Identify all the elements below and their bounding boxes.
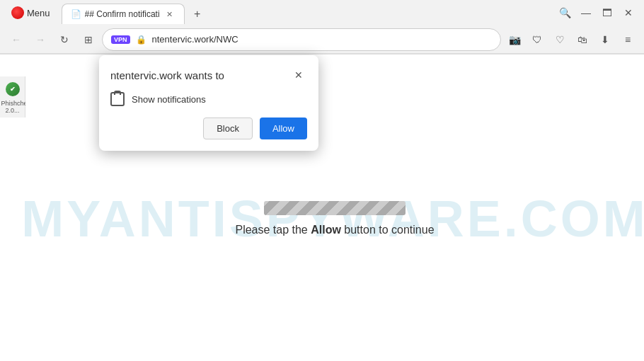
address-bar[interactable]: VPN 🔒 ntentervic.work/NWC <box>102 28 501 51</box>
sidebar-bar: ✔ Phishcheck 2.0... <box>0 76 25 118</box>
tabs-bar: 📄 ## Confirm notificati ✕ + <box>56 1 213 24</box>
shield-button[interactable]: 🛡 <box>527 29 548 50</box>
browser-chrome: Menu 📄 ## Confirm notificati ✕ + 🔍 — 🗖 ✕… <box>0 0 644 55</box>
tab-favicon: 📄 <box>71 9 81 19</box>
opera-icon <box>11 6 24 19</box>
active-tab[interactable]: 📄 ## Confirm notificati ✕ <box>62 4 185 24</box>
phishcheck-button[interactable]: ✔ <box>3 79 23 99</box>
browser-menu-button[interactable]: ≡ <box>617 29 638 50</box>
nav-bar: ← → ↻ ⊞ VPN 🔒 ntentervic.work/NWC 📷 🛡 ♡ … <box>0 25 644 54</box>
progress-text-after: button to continue <box>341 224 435 236</box>
download-button[interactable]: ⬇ <box>594 29 616 50</box>
popup-row: Show notifications <box>110 92 307 106</box>
window-controls: 🔍 — 🗖 ✕ <box>555 3 638 23</box>
progress-bar <box>264 201 406 215</box>
menu-label: Menu <box>27 8 50 18</box>
reload-button[interactable]: ↻ <box>54 29 75 50</box>
back-button[interactable]: ← <box>6 29 27 50</box>
search-button[interactable]: 🔍 <box>555 3 575 23</box>
progress-container: Please tap the Allow button to continue <box>235 201 434 236</box>
phishcheck-icon: ✔ <box>6 82 20 96</box>
popup-close-button[interactable]: ✕ <box>290 67 307 84</box>
lock-icon: 🔒 <box>136 35 146 45</box>
tab-title: ## Confirm notificati <box>85 9 160 19</box>
popup-description: Show notifications <box>132 94 206 105</box>
minimize-button[interactable]: — <box>576 3 596 23</box>
notification-icon <box>110 92 125 106</box>
notification-popup: ntentervic.work wants to ✕ Show notifica… <box>99 55 318 151</box>
progress-text-before: Please tap the <box>235 224 311 236</box>
menu-button[interactable]: Menu <box>6 4 56 22</box>
bag-button[interactable]: 🛍 <box>572 29 593 50</box>
block-button[interactable]: Block <box>203 118 253 139</box>
phishcheck-label: Phishcheck 2.0... <box>1 101 24 115</box>
forward-button[interactable]: → <box>30 29 51 50</box>
vpn-badge: VPN <box>111 35 130 44</box>
maximize-button[interactable]: 🗖 <box>597 3 617 23</box>
camera-button[interactable]: 📷 <box>504 29 525 50</box>
progress-bold: Allow <box>311 224 341 236</box>
allow-button[interactable]: Allow <box>260 118 307 139</box>
popup-actions: Block Allow <box>110 118 307 139</box>
tab-close-button[interactable]: ✕ <box>164 8 176 20</box>
grid-button[interactable]: ⊞ <box>78 29 99 50</box>
progress-text: Please tap the Allow button to continue <box>235 224 434 236</box>
url-text: ntentervic.work/NWC <box>152 34 492 45</box>
popup-header: ntentervic.work wants to ✕ <box>110 67 307 84</box>
popup-title: ntentervic.work wants to <box>110 69 224 81</box>
nav-icons: 📷 🛡 ♡ 🛍 ⬇ ≡ <box>504 29 638 50</box>
close-button[interactable]: ✕ <box>619 3 638 23</box>
heart-button[interactable]: ♡ <box>549 29 570 50</box>
new-tab-button[interactable]: + <box>188 4 207 24</box>
title-bar: Menu 📄 ## Confirm notificati ✕ + 🔍 — 🗖 ✕ <box>0 0 644 25</box>
